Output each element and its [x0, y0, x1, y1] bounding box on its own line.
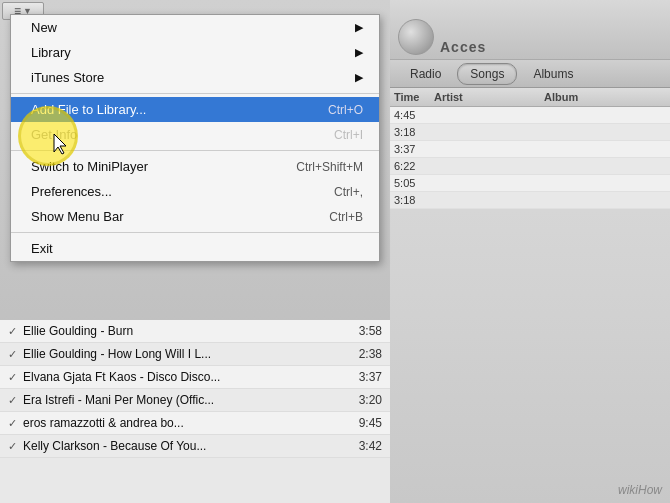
list-time: 2:38: [352, 347, 382, 361]
menu-item-preferences[interactable]: Preferences... Ctrl+,: [11, 179, 379, 204]
table-row[interactable]: 5:05: [390, 175, 670, 192]
menu-item-show-menu-bar-label: Show Menu Bar: [31, 209, 329, 224]
tab-songs[interactable]: Songs: [457, 63, 517, 85]
list-title: eros ramazzotti & andrea bo...: [23, 416, 344, 430]
itunes-sphere: [398, 19, 434, 55]
menu-item-itunes-store-arrow: ▶: [353, 71, 363, 84]
list-time: 3:37: [352, 370, 382, 384]
bottom-list: ✓ Ellie Goulding - Burn 3:58 ✓ Ellie Gou…: [0, 320, 390, 503]
table-row[interactable]: 3:37: [390, 141, 670, 158]
tab-albums[interactable]: Albums: [521, 64, 585, 84]
menu-item-exit[interactable]: Exit: [11, 236, 379, 261]
watermark: wikiHow: [618, 483, 662, 497]
list-time: 3:58: [352, 324, 382, 338]
list-title: Kelly Clarkson - Because Of You...: [23, 439, 344, 453]
check-icon: ✓: [8, 440, 17, 453]
menu-item-preferences-label: Preferences...: [31, 184, 334, 199]
check-icon: ✓: [8, 417, 17, 430]
time-cell: 6:22: [394, 160, 434, 172]
menu-item-exit-label: Exit: [31, 241, 363, 256]
menu-item-new-arrow: ▶: [353, 21, 363, 34]
list-title: Era Istrefi - Mani Per Money (Offic...: [23, 393, 344, 407]
list-time: 3:20: [352, 393, 382, 407]
list-title: Elvana Gjata Ft Kaos - Disco Disco...: [23, 370, 344, 384]
table-header: Time Artist Album: [390, 88, 670, 107]
col-header-time: Time: [394, 91, 434, 103]
menu-item-add-file-label: Add File to Library...: [31, 102, 328, 117]
menu-item-itunes-store[interactable]: iTunes Store ▶: [11, 65, 379, 90]
tab-radio[interactable]: Radio: [398, 64, 453, 84]
list-item[interactable]: ✓ Ellie Goulding - Burn 3:58: [0, 320, 390, 343]
list-item[interactable]: ✓ eros ramazzotti & andrea bo... 9:45: [0, 412, 390, 435]
list-time: 3:42: [352, 439, 382, 453]
time-cell: 3:18: [394, 126, 434, 138]
list-item[interactable]: ✓ Kelly Clarkson - Because Of You... 3:4…: [0, 435, 390, 458]
menu-item-new[interactable]: New ▶: [11, 15, 379, 40]
list-item[interactable]: ✓ Era Istrefi - Mani Per Money (Offic...…: [0, 389, 390, 412]
menu-item-preferences-shortcut: Ctrl+,: [334, 185, 363, 199]
menu-item-show-menu-bar-shortcut: Ctrl+B: [329, 210, 363, 224]
list-title: Ellie Goulding - Burn: [23, 324, 344, 338]
time-cell: 4:45: [394, 109, 434, 121]
menu-separator-1: [11, 93, 379, 94]
menu-item-switch-mini[interactable]: Switch to MiniPlayer Ctrl+Shift+M: [11, 154, 379, 179]
check-icon: ✓: [8, 348, 17, 361]
menu-item-library-label: Library: [31, 45, 353, 60]
check-icon: ✓: [8, 325, 17, 338]
menu-separator-3: [11, 232, 379, 233]
list-title: Ellie Goulding - How Long Will I L...: [23, 347, 344, 361]
table-row[interactable]: 4:45: [390, 107, 670, 124]
time-cell: 3:18: [394, 194, 434, 206]
table-row[interactable]: 6:22: [390, 158, 670, 175]
right-panel: Acces Radio Songs Albums Time Artist Alb…: [390, 0, 670, 503]
time-cell: 3:37: [394, 143, 434, 155]
menu-item-get-info[interactable]: Get Info Ctrl+I: [11, 122, 379, 147]
menu-item-get-info-shortcut: Ctrl+I: [334, 128, 363, 142]
header-text: Acces: [440, 39, 486, 55]
col-header-artist: Artist: [434, 91, 544, 103]
table-body: 4:45 3:18 3:37 6:22 5:05 3:18: [390, 107, 670, 209]
table-row[interactable]: 3:18: [390, 124, 670, 141]
table-row[interactable]: 3:18: [390, 192, 670, 209]
menu-item-show-menu-bar[interactable]: Show Menu Bar Ctrl+B: [11, 204, 379, 229]
menu-item-add-file[interactable]: Add File to Library... Ctrl+O: [11, 97, 379, 122]
menu-item-library-arrow: ▶: [353, 46, 363, 59]
menu-item-add-file-shortcut: Ctrl+O: [328, 103, 363, 117]
check-icon: ✓: [8, 371, 17, 384]
list-time: 9:45: [352, 416, 382, 430]
time-cell: 5:05: [394, 177, 434, 189]
tabs-bar: Radio Songs Albums: [390, 60, 670, 88]
menu-item-itunes-store-label: iTunes Store: [31, 70, 353, 85]
menu-item-library[interactable]: Library ▶: [11, 40, 379, 65]
list-item[interactable]: ✓ Ellie Goulding - How Long Will I L... …: [0, 343, 390, 366]
check-icon: ✓: [8, 394, 17, 407]
menu-item-switch-mini-label: Switch to MiniPlayer: [31, 159, 296, 174]
menu-item-new-label: New: [31, 20, 353, 35]
menu-item-switch-mini-shortcut: Ctrl+Shift+M: [296, 160, 363, 174]
menu-item-get-info-label: Get Info: [31, 127, 334, 142]
right-top-bar: Acces: [390, 0, 670, 60]
col-header-album: Album: [544, 91, 666, 103]
dropdown-menu: New ▶ Library ▶ iTunes Store ▶ Add File …: [10, 14, 380, 262]
list-item[interactable]: ✓ Elvana Gjata Ft Kaos - Disco Disco... …: [0, 366, 390, 389]
menu-separator-2: [11, 150, 379, 151]
